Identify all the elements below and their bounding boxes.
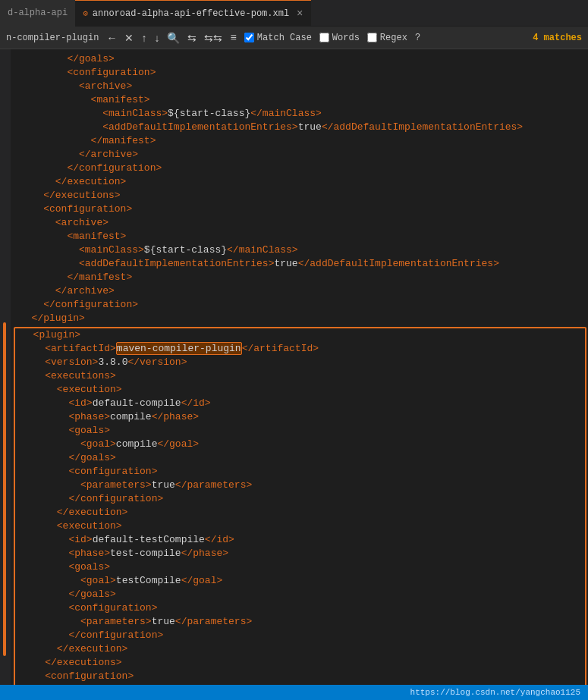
line: <id>default-testCompile</id>: [15, 533, 585, 547]
line: <configuration>: [15, 465, 585, 479]
find-nav-down[interactable]: ↓: [151, 30, 162, 46]
line: <mainClass>${start-class}</mainClass>: [14, 243, 588, 257]
line: <version>3.8.0</version>: [15, 356, 585, 369]
find-nav-search[interactable]: 🔍: [164, 30, 183, 46]
tab-bar: d-alpha-api ⚙ annoroad-alpha-api-effecti…: [0, 0, 588, 27]
find-bar: n-compiler-plugin ← ✕ ↑ ↓ 🔍 ⇆ ⇆⇆ ≡ Match…: [0, 27, 588, 49]
line: <execution>: [15, 383, 585, 397]
match-case-option[interactable]: Match Case: [244, 33, 312, 43]
line: </manifest>: [14, 271, 588, 284]
find-nav-replace-all[interactable]: ⇆⇆: [201, 30, 225, 46]
line: </configuration>: [14, 298, 588, 312]
gutter-marker: [3, 322, 6, 656]
match-case-checkbox[interactable]: [244, 33, 254, 42]
line: <phase>compile</phase>: [15, 410, 585, 424]
find-nav-back[interactable]: ←: [103, 30, 120, 46]
line: </configuration>: [14, 162, 588, 175]
match-case-label: Match Case: [257, 33, 312, 43]
line: </goals>: [15, 451, 585, 465]
xml-icon: ⚙: [83, 8, 88, 18]
line: </goals>: [14, 52, 588, 66]
line: <addDefaultImplementationEntries>true</a…: [14, 121, 588, 134]
line: </configuration>: [15, 492, 585, 506]
find-nav-buttons: ← ✕ ↑ ↓ 🔍 ⇆ ⇆⇆: [103, 30, 225, 46]
regex-help[interactable]: ?: [415, 33, 420, 43]
tab-d-alpha-api[interactable]: d-alpha-api: [0, 0, 75, 27]
line: <configuration>: [15, 601, 585, 615]
line: </goals>: [15, 588, 585, 601]
words-label: Words: [332, 33, 360, 43]
line: </archive>: [14, 284, 588, 298]
line: </executions>: [14, 189, 588, 202]
line: <goals>: [15, 560, 585, 574]
line: <goal>testCompile</goal>: [15, 574, 585, 588]
line: <manifest>: [14, 93, 588, 107]
tab-annoroad[interactable]: ⚙ annoroad-alpha-api-effective-pom.xml ×: [75, 0, 310, 27]
line: <execution>: [15, 520, 585, 533]
find-nav-replace[interactable]: ⇆: [184, 30, 200, 46]
line: <goals>: [15, 424, 585, 438]
line: <archive>: [14, 80, 588, 93]
line: <manifest>: [14, 230, 588, 243]
find-nav-up[interactable]: ↑: [138, 30, 149, 46]
line: </executions>: [15, 656, 585, 670]
words-option[interactable]: Words: [319, 33, 360, 43]
line: <goal>compile</goal>: [15, 438, 585, 451]
line: </execution>: [15, 642, 585, 656]
tab-label: d-alpha-api: [8, 8, 68, 18]
line: <mainClass>${start-class}</mainClass>: [14, 107, 588, 121]
line: <phase>test-compile</phase>: [15, 547, 585, 560]
line: </manifest>: [14, 134, 588, 148]
line: <configuration>: [14, 202, 588, 216]
line: </execution>: [15, 506, 585, 520]
line: </plugin>: [14, 312, 588, 325]
line: <addDefaultImplementationEntries>true</a…: [14, 257, 588, 271]
filter-icon[interactable]: ≡: [230, 32, 236, 44]
highlighted-plugin-block: <plugin> <artifactId>maven-compiler-plug…: [14, 327, 586, 685]
regex-checkbox[interactable]: [367, 33, 377, 42]
match-count: 4 matches: [533, 33, 582, 43]
tab-label-active: annoroad-alpha-api-effective-pom.xml: [93, 8, 289, 19]
words-checkbox[interactable]: [319, 33, 329, 42]
regex-label: Regex: [380, 33, 407, 43]
regex-option[interactable]: Regex: [367, 33, 407, 43]
status-url: https://blog.csdn.net/yangchao1125: [410, 688, 580, 697]
editor-container: </goals> <configuration> <archive> <mani…: [0, 49, 588, 685]
line: <archive>: [14, 216, 588, 230]
line: <executions>: [15, 369, 585, 383]
line: <plugin>: [15, 328, 585, 342]
line: </execution>: [14, 175, 588, 189]
tab-close-button[interactable]: ×: [297, 8, 303, 20]
line: <configuration>: [14, 66, 588, 80]
line: </configuration>: [15, 629, 585, 642]
find-options: Match Case Words Regex ?: [244, 33, 420, 43]
line: <artifactId>maven-compiler-plugin</artif…: [15, 342, 585, 356]
line: <parameters>true</parameters>: [15, 615, 585, 629]
line: <id>default-compile</id>: [15, 397, 585, 410]
left-gutter: [0, 49, 11, 685]
breadcrumb: n-compiler-plugin: [6, 33, 99, 43]
find-nav-close[interactable]: ✕: [121, 30, 137, 46]
line: <configuration>: [15, 670, 585, 683]
line: <parameters>true</parameters>: [15, 479, 585, 492]
editor-content[interactable]: </goals> <configuration> <archive> <mani…: [11, 49, 588, 685]
status-bar: https://blog.csdn.net/yangchao1125: [0, 685, 588, 700]
line: </archive>: [14, 148, 588, 162]
